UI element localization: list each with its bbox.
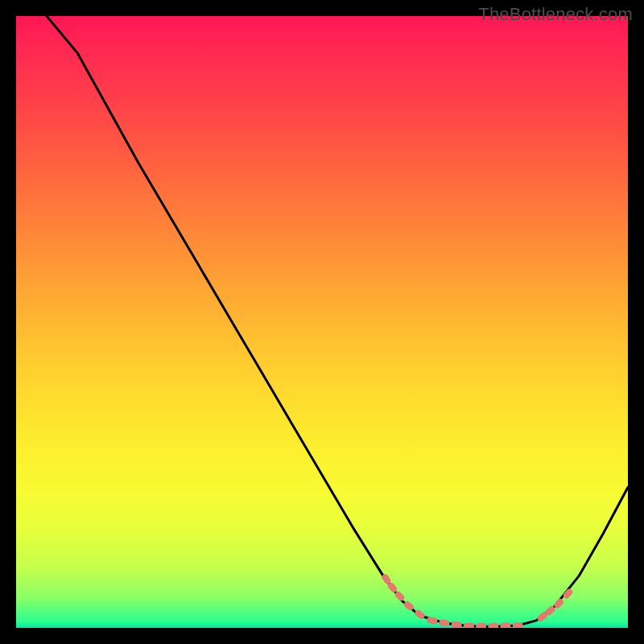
optimal-range-floor-dot (476, 623, 486, 628)
optimal-range-right-dot (562, 588, 574, 600)
curve-layer (16, 16, 628, 628)
optimal-range-floor-dot (464, 623, 474, 628)
chart-frame: TheBottleneck.com (0, 0, 644, 644)
optimal-range-floor-dot (513, 622, 523, 628)
watermark-text: TheBottleneck.com (478, 4, 633, 25)
optimal-range-floor-dot (451, 621, 462, 628)
optimal-range-floor-dot (488, 623, 498, 628)
optimal-range-left-dot (414, 609, 426, 620)
bottleneck-curve (47, 16, 628, 627)
optimal-range-floor-dot (439, 619, 450, 627)
plot-area (16, 16, 628, 628)
optimal-range-floor-dot (500, 622, 510, 628)
